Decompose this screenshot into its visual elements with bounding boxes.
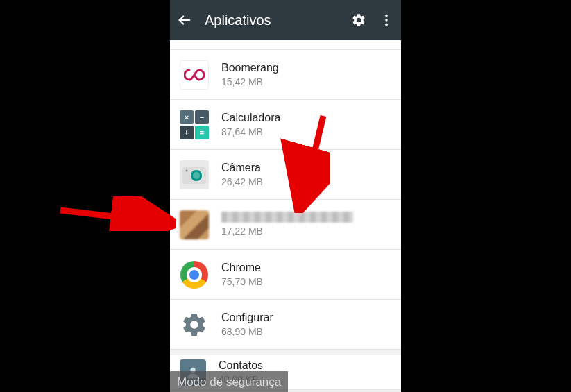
list-item-camera[interactable]: Câmera 26,42 MB [170, 150, 401, 200]
svg-point-2 [385, 19, 388, 22]
censored-app-name [221, 212, 353, 223]
app-name: Câmera [221, 161, 391, 176]
settings-app-icon [180, 310, 209, 339]
list-item-censored[interactable]: 17,22 MB [170, 200, 401, 250]
app-list[interactable]: Boomerang 15,42 MB × − + = Calculadora 8… [170, 40, 401, 390]
list-item-boomerang[interactable]: Boomerang 15,42 MB [170, 50, 401, 100]
annotation-arrow-left [57, 196, 176, 231]
gear-icon[interactable] [351, 12, 366, 28]
app-name: Configurar [221, 311, 391, 325]
app-size: 17,22 MB [221, 225, 391, 237]
svg-point-6 [193, 172, 200, 179]
list-section-gap [170, 350, 401, 355]
calculator-icon: × − + = [180, 110, 209, 139]
app-size: 15,42 MB [221, 76, 391, 88]
censored-app-icon [180, 210, 209, 239]
app-size: 87,64 MB [221, 126, 391, 138]
svg-point-1 [385, 15, 388, 17]
list-item-calculadora[interactable]: × − + = Calculadora 87,64 MB [170, 100, 401, 150]
app-name: Chrome [221, 261, 391, 275]
app-name: Calculadora [221, 111, 391, 126]
app-name: Boomerang [221, 61, 391, 76]
back-icon[interactable] [177, 12, 192, 28]
list-item-configurar[interactable]: Configurar 68,90 MB [170, 300, 401, 350]
toolbar: Aplicativos [170, 0, 401, 40]
svg-point-3 [385, 24, 388, 26]
list-item-partial [170, 40, 401, 50]
app-size: 75,70 MB [221, 275, 391, 288]
camera-icon [180, 160, 209, 189]
app-size: 26,42 MB [221, 176, 391, 188]
chrome-icon [180, 260, 209, 289]
boomerang-icon [180, 60, 209, 90]
phone-screen: Aplicativos Boomerang 15,42 MB × − + [170, 0, 401, 392]
list-item-chrome[interactable]: Chrome 75,70 MB [170, 250, 401, 300]
overflow-menu-icon[interactable] [379, 12, 394, 28]
svg-point-7 [186, 169, 188, 171]
page-title: Aplicativos [205, 12, 339, 28]
safe-mode-overlay: Modo de segurança [170, 371, 288, 392]
svg-line-9 [60, 210, 167, 223]
app-size: 68,90 MB [221, 325, 391, 338]
